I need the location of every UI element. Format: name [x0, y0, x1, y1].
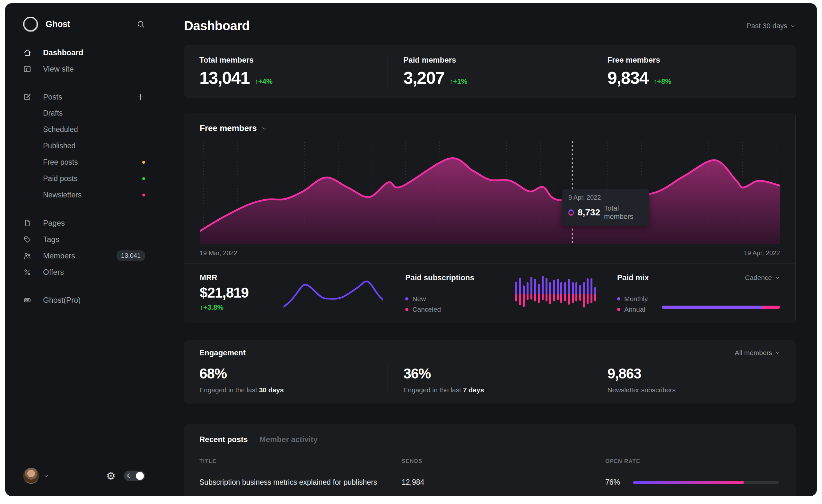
- sidebar-item-label: View site: [43, 64, 74, 73]
- newsletters-dot: [142, 193, 145, 196]
- engagement-card: Engagement All members 68% Engaged in th…: [184, 340, 796, 404]
- chart-date-start: 19 Mar, 2022: [200, 249, 237, 257]
- free-posts-dot: [142, 161, 145, 164]
- delta-badge: ↑+8%: [654, 77, 672, 86]
- engagement-30-days: 68% Engaged in the last 30 days: [184, 364, 388, 394]
- account-chevron-down-icon[interactable]: [43, 473, 49, 479]
- search-icon[interactable]: [136, 20, 145, 29]
- post-title: Subscription business metrics explained …: [199, 478, 402, 487]
- all-members-select[interactable]: All members: [735, 349, 780, 357]
- chevron-down-icon: [261, 125, 267, 131]
- col-title: TITLE: [199, 458, 402, 465]
- sidebar-item-label: Tags: [43, 235, 59, 244]
- paid-posts-dot: [142, 177, 145, 180]
- page-title: Dashboard: [184, 19, 250, 33]
- sidebar-item-dashboard[interactable]: Dashboard: [23, 44, 145, 61]
- tab-recent-posts[interactable]: Recent posts: [199, 435, 248, 444]
- newsletter-subscribers: 9,863 Newsletter subscribers: [592, 364, 796, 394]
- moon-icon: ☾: [127, 473, 132, 479]
- col-sends: SENDS: [402, 458, 605, 465]
- sidebar-item-posts[interactable]: Posts: [23, 89, 145, 105]
- mrr-section[interactable]: MRR $21,819 ↑+3.8%: [200, 272, 394, 313]
- sidebar-item-label: Pages: [43, 218, 65, 227]
- mrr-sparkline: [284, 278, 383, 309]
- sidebar-item-drafts[interactable]: Drafts: [23, 105, 145, 121]
- brand-row: Ghost: [23, 17, 145, 31]
- tooltip-ring-icon: [568, 209, 574, 216]
- sidebar-item-tags[interactable]: Tags: [23, 231, 145, 247]
- date-range-select[interactable]: Past 30 days: [747, 22, 796, 30]
- avatar[interactable]: [23, 468, 39, 484]
- chart-date-end: 19 Apr, 2022: [744, 249, 780, 257]
- engagement-7-days: 36% Engaged in the last 7 days: [388, 364, 591, 394]
- edit-post-icon: [23, 93, 31, 101]
- sidebar-item-view-site[interactable]: View site: [23, 61, 145, 77]
- dark-mode-toggle[interactable]: ☾: [124, 471, 145, 481]
- settings-gear-icon[interactable]: ⚙: [106, 471, 115, 481]
- sidebar-nav: Dashboard View site Posts Dr: [23, 44, 145, 308]
- percent-icon: [23, 268, 31, 277]
- recent-posts-card: Recent posts Member activity TITLE SENDS…: [184, 424, 796, 496]
- page-icon: [23, 219, 31, 227]
- sidebar-item-members[interactable]: Members 13,041: [23, 247, 145, 264]
- chevron-down-icon: [775, 275, 780, 280]
- stat-free-members[interactable]: Free members 9,834↑+8%: [592, 55, 796, 88]
- chevron-down-icon: [790, 23, 796, 29]
- sidebar-item-published[interactable]: Published: [23, 138, 145, 154]
- sidebar-item-label: Posts: [43, 92, 62, 101]
- delta-badge: ↑+3.8%: [200, 303, 249, 312]
- cadence-select[interactable]: Cadence: [745, 274, 780, 282]
- open-rate-bar: [633, 481, 779, 484]
- chart-metric-select[interactable]: Free members: [200, 123, 780, 133]
- sidebar-item-newsletters[interactable]: Newsletters: [23, 187, 145, 203]
- engagement-title: Engagement: [199, 348, 246, 357]
- ghost-pro-icon: [23, 296, 31, 304]
- sidebar-item-paid-posts[interactable]: Paid posts: [23, 170, 145, 187]
- delta-badge: ↑+4%: [255, 77, 273, 86]
- stat-total-members[interactable]: Total members 13,041↑+4%: [184, 55, 388, 88]
- paid-mix-stacked-bar: [662, 306, 780, 309]
- sidebar-item-offers[interactable]: Offers: [23, 264, 145, 280]
- paid-subscriptions-section[interactable]: Paid subscriptions New Canceled: [394, 272, 606, 313]
- sidebar-item-ghost-pro[interactable]: Ghost(Pro): [23, 292, 145, 308]
- annual-legend-dot: [617, 308, 621, 311]
- ghost-logo: [23, 17, 38, 31]
- browser-layout-icon: [23, 65, 31, 73]
- sidebar: Ghost Dashboard View site: [5, 3, 157, 496]
- tag-icon: [23, 235, 31, 243]
- brand-name: Ghost: [46, 19, 70, 29]
- sidebar-item-pages[interactable]: Pages: [23, 215, 145, 231]
- delta-badge: ↑+1%: [450, 77, 467, 86]
- sidebar-item-label: Dashboard: [43, 48, 83, 57]
- tab-member-activity[interactable]: Member activity: [260, 435, 318, 444]
- member-stats-card: Total members 13,041↑+4% Paid members 3,…: [184, 45, 796, 98]
- main-content: Dashboard Past 30 days Total members 13,…: [157, 3, 817, 496]
- col-open-rate: OPEN RATE: [605, 458, 780, 465]
- toggle-knob: [136, 472, 144, 480]
- members-icon: [23, 252, 31, 260]
- sidebar-item-free-posts[interactable]: Free posts: [23, 154, 145, 170]
- sidebar-item-label: Ghost(Pro): [43, 296, 81, 305]
- paid-mix-section[interactable]: Paid mix Cadence Monthly Annual: [606, 272, 780, 313]
- chart-tooltip: 9 Apr, 2022 8,732 Total members: [562, 189, 649, 226]
- new-legend-dot: [405, 297, 408, 301]
- members-count-badge: 13,041: [116, 250, 145, 261]
- app-window: Ghost Dashboard View site: [5, 3, 817, 496]
- table-row[interactable]: How to create a valuable offer that conv…: [199, 495, 780, 496]
- sidebar-item-scheduled[interactable]: Scheduled: [23, 121, 145, 138]
- new-post-icon[interactable]: [135, 92, 145, 102]
- home-icon: [23, 48, 31, 57]
- open-rate-value: 76%: [605, 478, 624, 487]
- free-members-area-chart[interactable]: 9 Apr, 2022 8,732 Total members: [200, 141, 780, 244]
- monthly-legend-dot: [617, 297, 621, 301]
- stat-paid-members[interactable]: Paid members 3,207↑+1%: [388, 55, 591, 88]
- sidebar-item-label: Offers: [43, 268, 64, 277]
- members-chart-card: Free members 9 Apr, 2022 8,732 Total mem…: [184, 113, 796, 323]
- paid-subscriptions-bar-chart: [515, 275, 596, 312]
- area-chart-svg: [200, 141, 780, 244]
- canceled-legend-dot: [405, 308, 408, 311]
- chevron-down-icon: [775, 350, 780, 355]
- table-row[interactable]: Subscription business metrics explained …: [199, 470, 780, 495]
- post-sends: 12,984: [402, 478, 605, 487]
- sidebar-footer: ⚙ ☾: [23, 468, 145, 484]
